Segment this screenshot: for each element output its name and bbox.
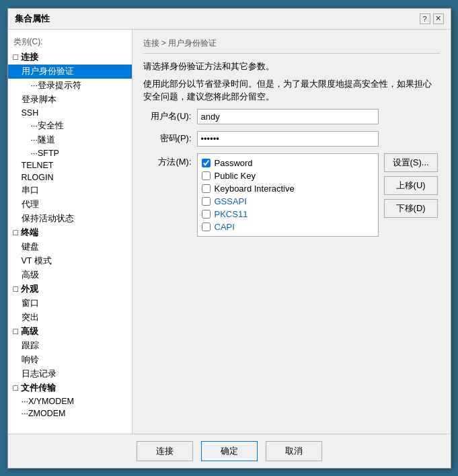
sidebar-item-keepalive[interactable]: 保持活动状态 xyxy=(8,212,132,226)
sidebar-item-highlight[interactable]: 突出 xyxy=(8,311,132,325)
method-checkbox-password[interactable] xyxy=(202,159,211,167)
sidebar-item-trace[interactable]: 跟踪 xyxy=(8,339,132,353)
sidebar-item-advanced[interactable]: 高级 xyxy=(8,268,132,282)
method-label-gssapi: GSSAPI xyxy=(215,196,247,206)
sidebar-item-terminal[interactable]: □ 终端 xyxy=(8,226,132,240)
sidebar-item-appearance[interactable]: □ 外观 xyxy=(8,282,132,296)
sidebar-item-ssh[interactable]: SSH xyxy=(8,107,132,119)
sidebar-item-connection[interactable]: □ 连接 xyxy=(8,50,132,65)
sidebar-item-user-auth[interactable]: 用户身份验证 xyxy=(8,65,132,79)
method-label-capi: CAPI xyxy=(215,222,235,232)
sidebar-item-rlogin[interactable]: RLOGIN xyxy=(8,171,132,184)
username-row: 用户名(U): xyxy=(143,109,440,124)
method-list: PasswordPublic KeyKeyboard InteractiveGS… xyxy=(197,153,379,237)
username-label: 用户名(U): xyxy=(143,110,192,122)
method-item-password: Password xyxy=(202,157,374,169)
sidebar-item-window[interactable]: 窗口 xyxy=(8,296,132,311)
dialog: 集合属性 ? ✕ 类别(C): □ 连接用户身份验证···登录提示符登录脚本SS… xyxy=(7,8,451,469)
method-checkbox-keyboard[interactable] xyxy=(202,184,211,193)
cancel-button[interactable]: 取消 xyxy=(266,441,322,461)
category-label: 类别(C): xyxy=(8,34,132,50)
sidebar-item-advanced2[interactable]: □ 高级 xyxy=(8,325,132,339)
sidebar-item-login-hint[interactable]: ···登录提示符 xyxy=(8,79,132,93)
password-input[interactable] xyxy=(197,131,379,147)
settings-button[interactable]: 设置(S)... xyxy=(384,153,438,172)
sidebar-item-vt-mode[interactable]: VT 模式 xyxy=(8,254,132,268)
moveup-button[interactable]: 上移(U) xyxy=(384,176,438,195)
sidebar-item-telnet[interactable]: TELNET xyxy=(8,159,132,171)
ok-button[interactable]: 确定 xyxy=(201,441,258,461)
sidebar-item-security[interactable]: ···安全性 xyxy=(8,119,132,133)
sidebar-item-zmodem[interactable]: ···ZMODEM xyxy=(8,407,132,420)
password-row: 密码(P): xyxy=(143,131,440,147)
sidebar-item-serial[interactable]: 串口 xyxy=(8,184,132,198)
breadcrumb: 连接 > 用户身份验证 xyxy=(143,38,440,54)
desc2: 使用此部分以节省登录时间。但是，为了最大限度地提高安全性，如果担心安全问题，建议… xyxy=(143,78,440,104)
method-item-publickey: Public Key xyxy=(202,169,374,182)
password-label: 密码(P): xyxy=(143,132,192,145)
method-item-keyboard: Keyboard Interactive xyxy=(202,182,374,195)
desc1: 请选择身份验证方法和其它参数。 xyxy=(143,61,440,73)
method-checkbox-gssapi[interactable] xyxy=(202,197,211,206)
title-bar-controls: ? ✕ xyxy=(420,13,444,24)
sidebar-item-tunnel[interactable]: ···隧道 xyxy=(8,133,132,147)
method-label-pkcs11: PKCS11 xyxy=(215,209,248,219)
sidebar-item-log[interactable]: 日志记录 xyxy=(8,367,132,381)
help-button[interactable]: ? xyxy=(420,13,430,24)
side-buttons: 设置(S)... 上移(U) 下移(D) xyxy=(384,153,438,218)
method-checkbox-pkcs11[interactable] xyxy=(202,210,211,219)
sidebar-item-bell[interactable]: 响铃 xyxy=(8,353,132,367)
sidebar-item-proxy[interactable]: 代理 xyxy=(8,198,132,212)
sidebar-item-login-script[interactable]: 登录脚本 xyxy=(8,93,132,107)
close-button[interactable]: ✕ xyxy=(433,13,444,24)
sidebar-item-keyboard[interactable]: 键盘 xyxy=(8,240,132,254)
method-label-keyboard: Keyboard Interactive xyxy=(215,184,295,194)
sidebar-item-sftp[interactable]: ···SFTP xyxy=(8,147,132,159)
method-label-publickey: Public Key xyxy=(215,171,256,181)
connect-button[interactable]: 连接 xyxy=(137,441,193,461)
sidebar: 类别(C): □ 连接用户身份验证···登录提示符登录脚本SSH···安全性··… xyxy=(8,30,132,434)
dialog-footer: 连接 确定 取消 xyxy=(8,434,451,468)
method-checkbox-publickey[interactable] xyxy=(202,171,211,180)
method-section: 方法(M): PasswordPublic KeyKeyboard Intera… xyxy=(143,153,440,237)
title-bar: 集合属性 ? ✕ xyxy=(8,9,451,30)
method-label-password: Password xyxy=(215,158,253,168)
method-checkbox-capi[interactable] xyxy=(202,223,211,231)
content-area: 连接 > 用户身份验证 请选择身份验证方法和其它参数。 使用此部分以节省登录时间… xyxy=(132,30,451,434)
username-input[interactable] xyxy=(197,109,379,124)
dialog-body: 类别(C): □ 连接用户身份验证···登录提示符登录脚本SSH···安全性··… xyxy=(8,30,451,434)
dialog-title: 集合属性 xyxy=(15,13,50,25)
method-item-pkcs11: PKCS11 xyxy=(202,208,374,221)
sidebar-item-filetransfer[interactable]: □ 文件传输 xyxy=(8,381,132,395)
sidebar-item-xymodem[interactable]: ···X/YMODEM xyxy=(8,395,132,407)
movedown-button[interactable]: 下移(D) xyxy=(384,199,438,218)
method-item-capi: CAPI xyxy=(202,221,374,233)
method-item-gssapi: GSSAPI xyxy=(202,195,374,208)
method-label: 方法(M): xyxy=(143,153,192,168)
